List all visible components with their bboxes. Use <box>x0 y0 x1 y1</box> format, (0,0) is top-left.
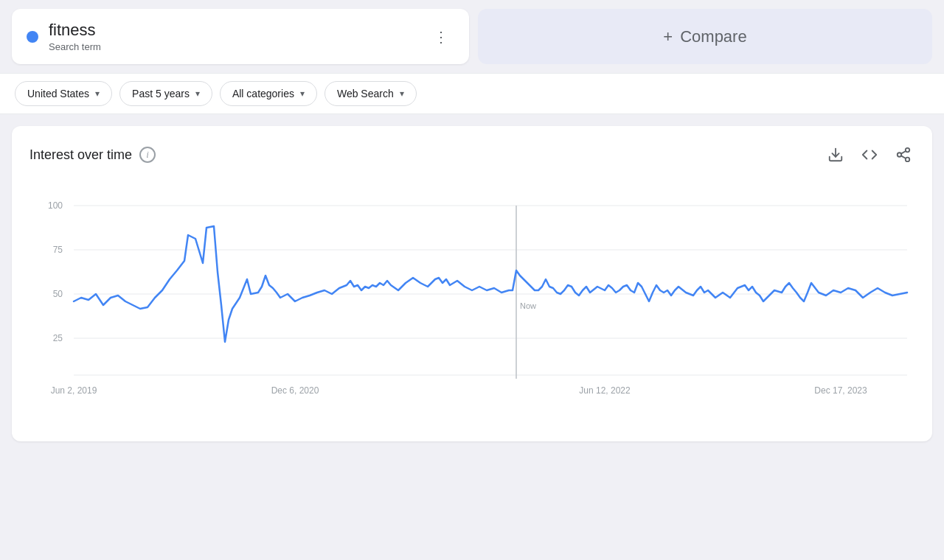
svg-text:Jun 2, 2019: Jun 2, 2019 <box>51 385 97 396</box>
svg-text:75: 75 <box>53 245 63 255</box>
embed-icon <box>861 147 878 163</box>
chevron-down-icon: ▾ <box>195 88 200 99</box>
plus-icon: + <box>663 27 673 46</box>
top-bar: fitness Search term ⋮ + Compare <box>0 0 944 73</box>
more-options-button[interactable]: ⋮ <box>428 27 454 47</box>
time-filter-label: Past 5 years <box>132 88 190 99</box>
chart-title-row: Interest over time i <box>30 147 156 163</box>
time-filter-button[interactable]: Past 5 years ▾ <box>119 81 212 106</box>
term-label: Search term <box>49 41 101 52</box>
region-filter-button[interactable]: United States ▾ <box>15 81 112 106</box>
search-term-card: fitness Search term ⋮ <box>12 9 469 64</box>
chart-header: Interest over time i <box>30 144 914 166</box>
svg-text:100: 100 <box>48 200 63 211</box>
chevron-down-icon: ▾ <box>300 88 305 99</box>
svg-text:Jun 12, 2022: Jun 12, 2022 <box>579 385 631 396</box>
compare-card[interactable]: + Compare <box>478 9 932 64</box>
compare-label: Compare <box>680 27 746 46</box>
info-icon[interactable]: i <box>139 147 156 163</box>
chevron-down-icon: ▾ <box>95 88 100 99</box>
svg-line-4 <box>901 156 906 159</box>
share-button[interactable] <box>892 144 914 166</box>
svg-text:50: 50 <box>53 289 63 299</box>
chart-container: 100 75 50 25 Now Jun 2, 2019 Dec 6, 2020… <box>30 183 914 427</box>
category-filter-button[interactable]: All categories ▾ <box>220 81 317 106</box>
term-color-dot <box>27 31 38 43</box>
share-icon <box>895 147 912 163</box>
chart-card: Interest over time i <box>12 126 932 441</box>
svg-line-5 <box>901 151 906 154</box>
search-type-filter-button[interactable]: Web Search ▾ <box>324 81 417 106</box>
svg-text:Dec 6, 2020: Dec 6, 2020 <box>271 385 319 396</box>
category-filter-label: All categories <box>232 88 294 99</box>
svg-text:Now: Now <box>520 301 536 310</box>
chart-actions <box>825 144 914 166</box>
interest-chart: 100 75 50 25 Now Jun 2, 2019 Dec 6, 2020… <box>30 183 914 427</box>
chart-section: Interest over time i <box>0 114 944 453</box>
search-term-text: fitness Search term <box>49 21 101 52</box>
svg-text:25: 25 <box>53 333 63 343</box>
term-name: fitness <box>49 21 101 40</box>
region-filter-label: United States <box>27 88 89 99</box>
filter-bar: United States ▾ Past 5 years ▾ All categ… <box>0 73 944 114</box>
chart-title: Interest over time <box>30 147 132 163</box>
download-button[interactable] <box>825 144 847 166</box>
search-type-filter-label: Web Search <box>337 88 394 99</box>
search-term-left: fitness Search term <box>27 21 101 52</box>
download-icon <box>827 147 844 163</box>
svg-text:Dec 17, 2023: Dec 17, 2023 <box>814 385 867 396</box>
chevron-down-icon: ▾ <box>400 88 404 99</box>
embed-button[interactable] <box>858 144 881 166</box>
